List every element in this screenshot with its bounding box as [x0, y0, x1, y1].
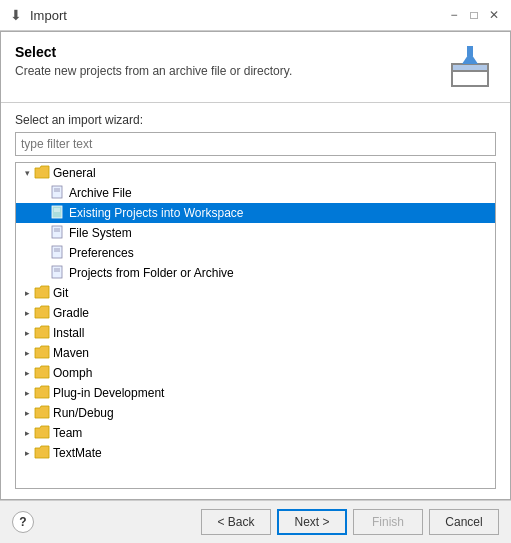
svg-rect-13 [52, 246, 62, 258]
tree-label-git: Git [53, 286, 68, 300]
file-icon [50, 205, 66, 222]
file-icon [50, 245, 66, 262]
tree-item-preferences[interactable]: Preferences [16, 243, 495, 263]
main-content: Select Create new projects from an archi… [0, 31, 511, 500]
filter-input[interactable] [15, 132, 496, 156]
tree-label-gradle: Gradle [53, 306, 89, 320]
tree-label-oomph: Oomph [53, 366, 92, 380]
tree-item-existing-projects[interactable]: Existing Projects into Workspace [16, 203, 495, 223]
header-section: Select Create new projects from an archi… [1, 32, 510, 103]
svg-rect-7 [52, 206, 62, 218]
next-button[interactable]: Next > [277, 509, 347, 535]
tree-label-existing-projects: Existing Projects into Workspace [69, 206, 244, 220]
header-subtitle: Create new projects from an archive file… [15, 64, 444, 78]
tree-label-install: Install [53, 326, 84, 340]
tree-label-run-debug: Run/Debug [53, 406, 114, 420]
wizard-body: Select an import wizard: ▾GeneralArchive… [1, 103, 510, 499]
footer: ? < Back Next > Finish Cancel [0, 500, 511, 543]
tree-item-maven[interactable]: ▸Maven [16, 343, 495, 363]
file-icon [50, 225, 66, 242]
tree-item-archive-file[interactable]: Archive File [16, 183, 495, 203]
tree-label-plugin-dev: Plug-in Development [53, 386, 164, 400]
folder-icon [34, 425, 50, 442]
tree-container[interactable]: ▾GeneralArchive FileExisting Projects in… [15, 162, 496, 489]
svg-rect-4 [52, 186, 62, 198]
folder-icon [34, 325, 50, 342]
tree-label-textmate: TextMate [53, 446, 102, 460]
tree-item-install[interactable]: ▸Install [16, 323, 495, 343]
tree-item-oomph[interactable]: ▸Oomph [16, 363, 495, 383]
folder-icon [34, 285, 50, 302]
footer-left: ? [12, 511, 34, 533]
tree-label-projects-from-folder: Projects from Folder or Archive [69, 266, 234, 280]
finish-button: Finish [353, 509, 423, 535]
maximize-button[interactable]: □ [465, 6, 483, 24]
help-button[interactable]: ? [12, 511, 34, 533]
tree-label-file-system: File System [69, 226, 132, 240]
tree-item-team[interactable]: ▸Team [16, 423, 495, 443]
folder-icon [34, 385, 50, 402]
tree-label-archive-file: Archive File [69, 186, 132, 200]
tree-item-git[interactable]: ▸Git [16, 283, 495, 303]
folder-icon [34, 165, 50, 182]
folder-icon [34, 305, 50, 322]
file-icon [50, 185, 66, 202]
tree-item-textmate[interactable]: ▸TextMate [16, 443, 495, 463]
filter-label: Select an import wizard: [15, 113, 496, 127]
tree-item-general[interactable]: ▾General [16, 163, 495, 183]
tree-item-gradle[interactable]: ▸Gradle [16, 303, 495, 323]
tree-item-run-debug[interactable]: ▸Run/Debug [16, 403, 495, 423]
minimize-button[interactable]: − [445, 6, 463, 24]
close-button[interactable]: ✕ [485, 6, 503, 24]
footer-buttons: < Back Next > Finish Cancel [201, 509, 499, 535]
folder-icon [34, 365, 50, 382]
tree-label-preferences: Preferences [69, 246, 134, 260]
import-icon [444, 44, 496, 92]
title-bar: ⬇ Import − □ ✕ [0, 0, 511, 31]
title-bar-text: Import [30, 8, 445, 23]
folder-icon [34, 445, 50, 462]
tree-label-team: Team [53, 426, 82, 440]
tree-label-maven: Maven [53, 346, 89, 360]
title-bar-icon: ⬇ [8, 7, 24, 23]
header-title: Select [15, 44, 444, 60]
folder-icon [34, 345, 50, 362]
tree-item-file-system[interactable]: File System [16, 223, 495, 243]
title-bar-buttons: − □ ✕ [445, 6, 503, 24]
header-text: Select Create new projects from an archi… [15, 44, 444, 78]
folder-icon [34, 405, 50, 422]
back-button[interactable]: < Back [201, 509, 271, 535]
svg-rect-1 [452, 64, 488, 71]
tree-item-plugin-dev[interactable]: ▸Plug-in Development [16, 383, 495, 403]
svg-rect-10 [52, 226, 62, 238]
tree-label-general: General [53, 166, 96, 180]
tree-item-projects-from-folder[interactable]: Projects from Folder or Archive [16, 263, 495, 283]
svg-rect-3 [467, 46, 473, 56]
cancel-button[interactable]: Cancel [429, 509, 499, 535]
file-icon [50, 265, 66, 282]
svg-rect-16 [52, 266, 62, 278]
